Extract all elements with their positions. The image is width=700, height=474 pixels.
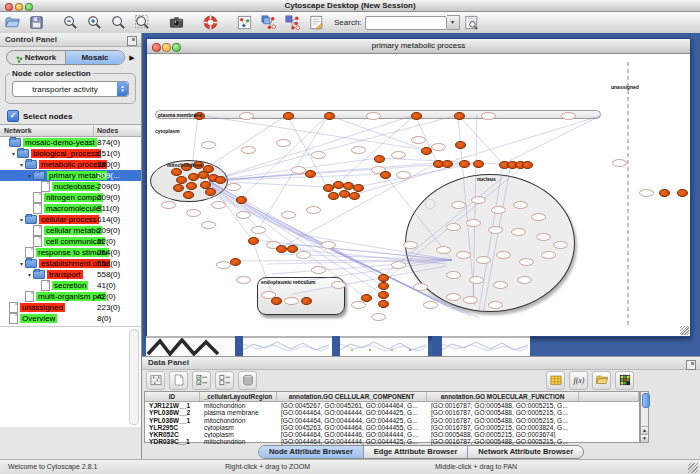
- network-node[interactable]: [413, 283, 428, 291]
- network-node[interactable]: [296, 251, 311, 259]
- table-cell[interactable]: YKR052C: [145, 431, 200, 438]
- network-node-colored[interactable]: [183, 191, 194, 199]
- scroll-down-arrow[interactable]: ▼: [641, 434, 648, 442]
- table-cell[interactable]: YPL036W__2: [145, 409, 200, 416]
- tree-row[interactable]: mosaic-demo-yeast874(0): [0, 137, 141, 148]
- network-node[interactable]: [236, 276, 251, 284]
- network-node[interactable]: [491, 206, 506, 214]
- table-cell[interactable]: YJR121W__1: [145, 402, 200, 409]
- network-node[interactable]: [241, 146, 256, 154]
- table-cell[interactable]: [GO:0044464, GO:0044444, GO:0044425, G..…: [277, 417, 427, 424]
- disclosure-arrow-icon[interactable]: ▾: [18, 260, 25, 267]
- tab-network-attribute-browser[interactable]: Network Attribute Browser: [468, 446, 583, 458]
- network-node-colored[interactable]: [454, 112, 465, 120]
- network-node[interactable]: [463, 296, 478, 304]
- network-node-colored[interactable]: [421, 147, 432, 155]
- network-node-colored[interactable]: [186, 182, 197, 190]
- disclosure-arrow-icon[interactable]: [26, 195, 33, 201]
- network-node[interactable]: [391, 151, 406, 159]
- disclosure-arrow-icon[interactable]: ▾: [18, 216, 25, 223]
- network-node-colored[interactable]: [353, 184, 364, 192]
- table-row[interactable]: YPL036W__1mitochondrion[GO:0044464, GO:0…: [145, 417, 639, 424]
- zoom-in-icon[interactable]: [85, 14, 103, 32]
- network-node[interactable]: [456, 251, 471, 259]
- network-node-colored[interactable]: [522, 161, 533, 169]
- control-panel-scrollbar[interactable]: [129, 329, 139, 425]
- table-header-cell[interactable]: ID: [145, 392, 200, 401]
- network-node[interactable]: [481, 112, 496, 120]
- help-icon[interactable]: [201, 14, 219, 32]
- disclosure-arrow-icon[interactable]: [18, 250, 25, 256]
- network-node[interactable]: [366, 112, 381, 120]
- disclosure-arrow-icon[interactable]: [26, 206, 33, 212]
- network-node[interactable]: [488, 226, 503, 234]
- zoom-out-icon[interactable]: [61, 14, 79, 32]
- unselect-attrs-button[interactable]: [215, 371, 234, 390]
- search-dropdown-button[interactable]: ▾: [447, 15, 460, 30]
- network-node-colored[interactable]: [283, 112, 294, 120]
- network-node[interactable]: [201, 221, 216, 229]
- network-node-colored[interactable]: [198, 171, 209, 179]
- table-scrollbar-thumb[interactable]: [642, 393, 650, 408]
- table-cell[interactable]: [GO:0005488, GO:0005215, GO:0003674]: [427, 431, 579, 438]
- network-node-colored[interactable]: [411, 112, 422, 120]
- tree-row[interactable]: ▾transport558(0): [0, 269, 141, 280]
- network-node-colored[interactable]: [287, 245, 298, 253]
- network-node-colored[interactable]: [378, 282, 389, 290]
- network-node[interactable]: [513, 201, 528, 209]
- tree-row[interactable]: unassigned223(0): [0, 302, 141, 313]
- table-cell[interactable]: [GO:0045263, GO:0044464, GO:0044455, G..…: [277, 424, 427, 431]
- delete-attr-button[interactable]: [238, 371, 257, 390]
- new-attr-button[interactable]: [169, 371, 188, 390]
- network-node-colored[interactable]: [301, 297, 312, 305]
- network-node[interactable]: [519, 258, 534, 266]
- network-overview-icon[interactable]: [235, 14, 253, 32]
- table-cell[interactable]: cytoplasm: [200, 431, 277, 438]
- table-cell[interactable]: [GO:0016787, GO:0005488, GO:0005215, G..…: [427, 417, 579, 424]
- tree-row[interactable]: cell communicat22(0): [0, 236, 141, 247]
- network-node-colored[interactable]: [380, 171, 391, 179]
- network-canvas[interactable]: plasma membrane cytoplasm mitochondrion …: [147, 54, 688, 335]
- network-node-colored[interactable]: [328, 192, 339, 200]
- network-node[interactable]: [466, 219, 481, 227]
- network-node[interactable]: [469, 276, 484, 284]
- network-node[interactable]: [553, 241, 568, 249]
- import-table-button[interactable]: [546, 371, 565, 390]
- network-node[interactable]: [351, 146, 366, 154]
- scroll-up-arrow[interactable]: ▲: [641, 426, 648, 434]
- disclosure-arrow-icon[interactable]: ▾: [18, 161, 25, 168]
- network-node[interactable]: [251, 226, 266, 234]
- table-row[interactable]: YPL036W__2plasma membrane[GO:0044464, GO…: [145, 409, 639, 416]
- select-attrs-button[interactable]: [192, 371, 211, 390]
- snapshot-icon[interactable]: [167, 14, 185, 32]
- table-cell[interactable]: cytoplasm: [200, 424, 277, 431]
- network-node[interactable]: [276, 139, 291, 147]
- tree-row[interactable]: ▾biological_process651(0): [0, 148, 141, 159]
- open-file-button[interactable]: [592, 371, 611, 390]
- tree-row[interactable]: nucleobase-209(0): [0, 181, 141, 192]
- table-cell[interactable]: [GO:0044464, GO:0044444, GO:0044425, G..…: [277, 409, 427, 416]
- network-node-colored[interactable]: [378, 300, 389, 308]
- table-header-cell[interactable]: annotation.GO CELLULAR_COMPONENT: [277, 392, 427, 401]
- network-node-colored[interactable]: [230, 258, 241, 266]
- table-row[interactable]: YKR052Ccytoplasm[GO:0044464, GO:0044446,…: [145, 431, 639, 438]
- network-node[interactable]: [612, 159, 627, 167]
- tree-row[interactable]: cellular metabo209(0): [0, 225, 141, 236]
- network-node[interactable]: [493, 281, 508, 289]
- network-node[interactable]: [351, 301, 366, 309]
- network-node[interactable]: [517, 276, 532, 284]
- network-node-colored[interactable]: [305, 170, 316, 178]
- disclosure-arrow-icon[interactable]: ▾: [10, 150, 17, 157]
- node-color-dropdown[interactable]: transporter activity ▲▼: [12, 81, 129, 97]
- network-node-colored[interactable]: [248, 237, 259, 245]
- network-node-colored[interactable]: [333, 181, 344, 189]
- network-node-colored[interactable]: [442, 160, 453, 168]
- network-node-colored[interactable]: [339, 190, 350, 198]
- network-node-colored[interactable]: [473, 160, 484, 168]
- select-nodes-checkbox[interactable]: ✓: [7, 110, 19, 122]
- network-node[interactable]: [331, 281, 346, 289]
- network-node[interactable]: [371, 313, 386, 321]
- tab-network[interactable]: Network: [7, 51, 66, 64]
- table-cell[interactable]: plasma membrane: [200, 409, 277, 416]
- network-node-colored[interactable]: [215, 176, 226, 184]
